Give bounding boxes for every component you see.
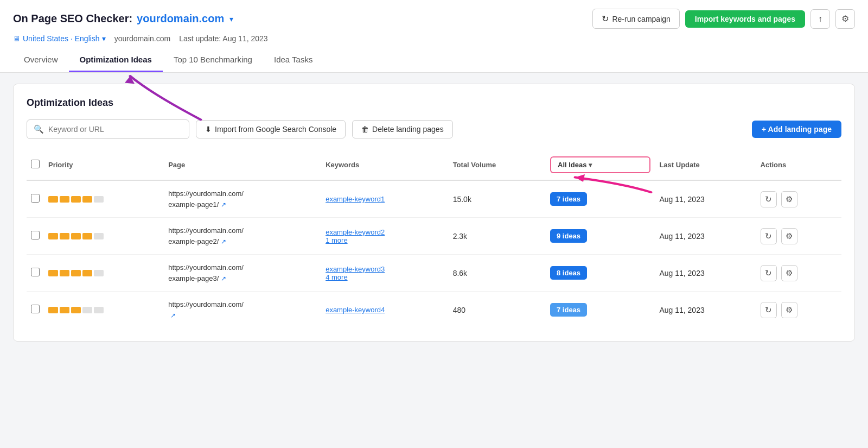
col-keywords: Keywords: [321, 150, 448, 180]
tab-idea-tasks[interactable]: Idea Tasks: [263, 49, 323, 72]
share-button[interactable]: ↑: [810, 9, 830, 29]
rerun-button[interactable]: ↻ Re-run campaign: [592, 9, 679, 29]
priority-bar: [94, 270, 104, 276]
volume-value: 8.6k: [453, 269, 467, 277]
settings-row-button[interactable]: ⚙: [781, 228, 797, 244]
settings-button[interactable]: ⚙: [835, 9, 855, 29]
external-link-icon[interactable]: ↗: [221, 201, 226, 209]
external-link-icon[interactable]: ↗: [170, 312, 176, 319]
row-checkbox-0[interactable]: [31, 194, 40, 203]
add-landing-page-button[interactable]: + Add landing page: [752, 121, 841, 138]
keyword-more-link[interactable]: 4 more: [326, 273, 444, 281]
domain-link[interactable]: yourdomain.com: [137, 12, 224, 25]
tab-top10[interactable]: Top 10 Benchmarking: [163, 49, 263, 72]
priority-indicator: [48, 196, 159, 203]
gear-icon: ⚙: [841, 14, 849, 24]
priority-bar: [48, 233, 58, 239]
external-link-icon[interactable]: ↗: [221, 275, 226, 282]
rerun-row-button[interactable]: ↻: [761, 228, 777, 244]
optimization-ideas-card: Optimization Ideas 🔍 ⬇ Import from Googl…: [13, 84, 855, 342]
search-icon: 🔍: [34, 124, 44, 134]
ideas-badge[interactable]: 7 ideas: [550, 192, 587, 206]
domain-meta: yourdomain.com: [114, 34, 171, 43]
col-actions: Actions: [756, 150, 841, 180]
volume-value: 2.3k: [453, 232, 467, 241]
priority-bar: [71, 196, 81, 203]
external-link-icon[interactable]: ↗: [221, 238, 226, 245]
table-row: https://yourdomain.com/↗example-keyword4…: [27, 292, 841, 329]
actions-cell: ↻ ⚙: [761, 265, 837, 281]
priority-bar: [60, 233, 69, 239]
row-checkbox-3[interactable]: [31, 305, 40, 313]
import-keywords-button[interactable]: Import keywords and pages: [685, 10, 805, 28]
priority-bar: [60, 307, 69, 313]
actions-cell: ↻ ⚙: [761, 302, 837, 318]
rerun-row-button[interactable]: ↻: [761, 302, 777, 318]
priority-bar: [48, 270, 58, 276]
table-row: https://yourdomain.com/example-page3/↗ex…: [27, 255, 841, 292]
volume-value: 15.0k: [453, 195, 471, 204]
rerun-icon: ↻: [602, 14, 609, 24]
delete-label: Delete landing pages: [372, 125, 444, 134]
rerun-row-button[interactable]: ↻: [761, 191, 777, 207]
tab-optimization-ideas[interactable]: Optimization Ideas: [69, 49, 163, 72]
add-label: + Add landing page: [762, 125, 832, 134]
priority-bar: [94, 307, 104, 313]
priority-bar: [48, 196, 58, 203]
last-update-value: Aug 11, 2023: [659, 232, 704, 241]
region-selector[interactable]: 🖥 United States · English ▾: [13, 34, 106, 43]
keyword-more-link[interactable]: 1 more: [326, 236, 444, 244]
settings-row-button[interactable]: ⚙: [781, 191, 797, 207]
priority-bar: [82, 196, 92, 203]
settings-row-button[interactable]: ⚙: [781, 265, 797, 281]
domain-dropdown-icon[interactable]: ▾: [229, 15, 233, 23]
row-checkbox-1[interactable]: [31, 231, 40, 239]
rerun-row-button[interactable]: ↻: [761, 265, 777, 281]
ideas-badge[interactable]: 8 ideas: [550, 266, 587, 280]
select-all-checkbox[interactable]: [31, 160, 40, 168]
card-title: Optimization Ideas: [27, 97, 841, 109]
all-ideas-filter[interactable]: All Ideas ▾: [550, 156, 650, 173]
priority-bar: [60, 196, 69, 203]
ideas-badge[interactable]: 7 ideas: [550, 303, 587, 317]
keyword-link[interactable]: example-keyword2: [326, 228, 444, 236]
table-body: https://yourdomain.com/example-page1/↗ex…: [27, 180, 841, 328]
last-update-value: Aug 11, 2023: [659, 269, 704, 277]
priority-bar: [48, 307, 58, 313]
header-row1: On Page SEO Checker: yourdomain.com ▾ ↻ …: [13, 9, 855, 29]
toolbar: 🔍 ⬇ Import from Google Search Console 🗑 …: [27, 119, 841, 139]
monitor-icon: 🖥: [13, 34, 21, 43]
priority-bar: [94, 196, 104, 203]
ideas-badge[interactable]: 9 ideas: [550, 229, 587, 243]
import-gsc-button[interactable]: ⬇ Import from Google Search Console: [196, 120, 346, 138]
page-url: https://yourdomain.com/example-page3/↗: [168, 262, 317, 283]
rerun-label: Re-run campaign: [612, 15, 670, 23]
table-row: https://yourdomain.com/example-page2/↗ex…: [27, 218, 841, 255]
page-url: https://yourdomain.com/example-page2/↗: [168, 225, 317, 247]
priority-bar: [82, 233, 92, 239]
row-checkbox-2[interactable]: [31, 268, 40, 276]
priority-bar: [71, 307, 81, 313]
ideas-table: Priority Page Keywords Total Volume All …: [27, 150, 841, 328]
col-last-update: Last Update: [655, 150, 756, 180]
keyword-link[interactable]: example-keyword4: [326, 306, 444, 314]
keyword-link[interactable]: example-keyword3: [326, 265, 444, 273]
last-update-text: Last update: Aug 11, 2023: [179, 34, 267, 43]
page-url: https://yourdomain.com/example-page1/↗: [168, 188, 317, 210]
all-ideas-chevron-icon: ▾: [589, 161, 592, 169]
search-input[interactable]: [48, 125, 182, 134]
download-icon: ⬇: [205, 125, 212, 134]
priority-bar: [71, 233, 81, 239]
volume-value: 480: [453, 306, 465, 314]
tab-overview[interactable]: Overview: [13, 49, 69, 72]
keyword-link[interactable]: example-keyword1: [326, 195, 444, 203]
last-update-value: Aug 11, 2023: [659, 306, 704, 314]
priority-bar: [82, 270, 92, 276]
table-header-row: Priority Page Keywords Total Volume All …: [27, 150, 841, 180]
delete-pages-button[interactable]: 🗑 Delete landing pages: [352, 120, 453, 138]
tab-bar: Overview Optimization Ideas Top 10 Bench…: [13, 49, 855, 72]
region-label: United States · English: [23, 34, 100, 43]
settings-row-button[interactable]: ⚙: [781, 302, 797, 318]
search-container: 🔍: [27, 119, 189, 139]
priority-indicator: [48, 233, 159, 239]
